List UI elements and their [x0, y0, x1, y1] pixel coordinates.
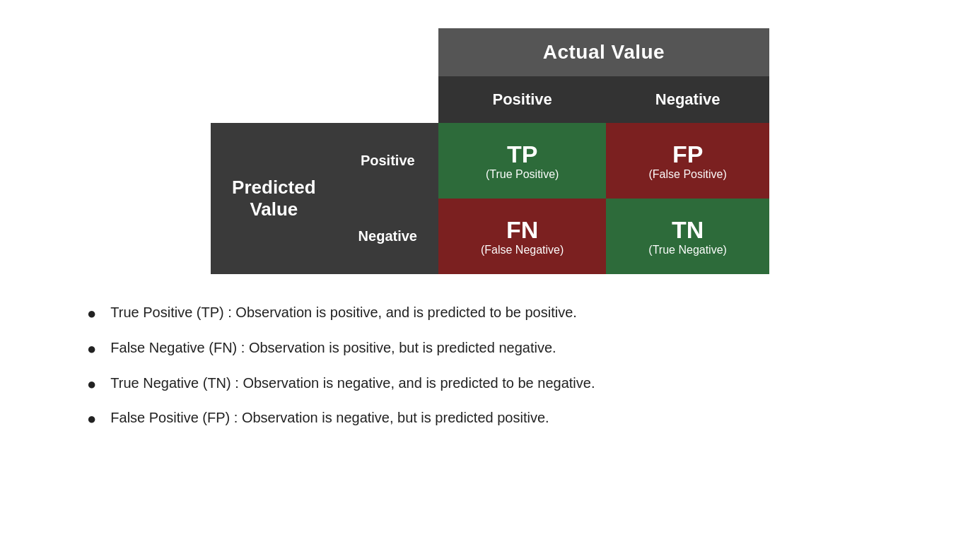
tn-cell: TN (True Negative)	[606, 199, 769, 274]
fp-abbr: FP	[648, 141, 727, 168]
tp-abbr: TP	[481, 141, 564, 168]
actual-negative-header: Negative	[606, 76, 769, 123]
predicted-negative-label: Negative	[337, 199, 438, 274]
page-container: Actual Value Positive Negative Predicted…	[45, 28, 935, 443]
actual-positive-header: Positive	[438, 76, 606, 123]
tp-full: (True Positive)	[481, 168, 564, 181]
tp-cell: TP (True Positive)	[438, 123, 606, 199]
definition-fn: False Negative (FN) : Observation is pos…	[87, 338, 935, 360]
definition-tp-text: True Positive (TP) : Observation is posi…	[110, 302, 577, 322]
fp-full: (False Positive)	[648, 168, 727, 181]
tn-full: (True Negative)	[648, 244, 727, 256]
definitions-list: True Positive (TP) : Observation is posi…	[87, 302, 935, 430]
fp-cell: FP (False Positive)	[606, 123, 769, 199]
fn-cell: FN (False Negative)	[438, 199, 606, 274]
predicted-value-header: PredictedValue	[211, 123, 337, 274]
fn-abbr: FN	[481, 216, 564, 244]
tn-abbr: TN	[648, 216, 727, 244]
fn-full: (False Negative)	[481, 244, 564, 256]
matrix-wrapper: Actual Value Positive Negative Predicted…	[45, 28, 935, 274]
predicted-positive-label: Positive	[337, 123, 438, 199]
definition-tp: True Positive (TP) : Observation is posi…	[87, 302, 935, 325]
definition-fn-text: False Negative (FN) : Observation is pos…	[110, 338, 556, 357]
actual-value-header: Actual Value	[438, 28, 769, 76]
definition-tn: True Negative (TN) : Observation is nega…	[87, 373, 935, 396]
confusion-matrix: Actual Value Positive Negative Predicted…	[211, 28, 769, 274]
definition-tn-text: True Negative (TN) : Observation is nega…	[110, 373, 595, 393]
definition-fp: False Positive (FP) : Observation is neg…	[87, 408, 935, 430]
definition-fp-text: False Positive (FP) : Observation is neg…	[110, 408, 549, 427]
